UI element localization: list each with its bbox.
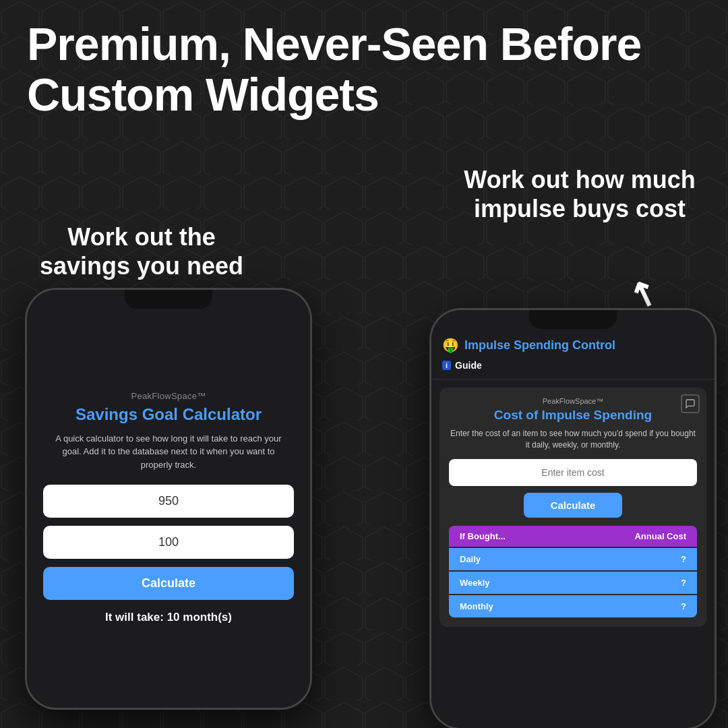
- table-value-daily: ?: [573, 554, 686, 564]
- widget-title-impulse: Cost of Impulse Spending: [449, 408, 697, 423]
- page-title: Premium, Never-Seen Before Custom Widget…: [27, 19, 701, 120]
- table-row-monthly: Monthly ?: [449, 595, 697, 617]
- app-title-text: Impulse Spending Control: [464, 338, 615, 353]
- table-header-col1: If Bought...: [460, 531, 573, 541]
- impulse-table: If Bought... Annual Cost Daily ? Weekly …: [449, 526, 697, 617]
- phone-left-screen: PeakFlowSpace™ Savings Goal Calculator A…: [27, 290, 310, 708]
- savings-goal-input[interactable]: [43, 485, 294, 518]
- table-value-monthly: ?: [573, 601, 686, 611]
- phone-right: 🤑 Impulse Spending Control i Guide: [431, 310, 715, 728]
- phone-notch-right: [529, 310, 617, 329]
- guide-row: i Guide: [442, 360, 704, 371]
- table-header: If Bought... Annual Cost: [449, 526, 697, 547]
- right-annotation: Work out how much impulse buys cost: [452, 165, 708, 223]
- table-header-col2: Annual Cost: [573, 531, 686, 541]
- app-title-row: 🤑 Impulse Spending Control: [442, 337, 704, 353]
- table-label-weekly: Weekly: [460, 578, 573, 588]
- widget-description-left: A quick calculator to see how long it wi…: [43, 432, 294, 472]
- table-row-weekly: Weekly ?: [449, 572, 697, 594]
- table-label-monthly: Monthly: [460, 601, 573, 611]
- widget-body-right: PeakFlowSpace™ Cost of Impulse Spending …: [439, 388, 706, 627]
- guide-icon: i: [442, 361, 451, 370]
- app-emoji: 🤑: [442, 337, 459, 353]
- widget-title-left: Savings Goal Calculator: [75, 405, 262, 424]
- phone-left: PeakFlowSpace™ Savings Goal Calculator A…: [27, 290, 310, 708]
- item-cost-input[interactable]: [449, 459, 697, 486]
- calculate-button-left[interactable]: Calculate: [43, 567, 294, 600]
- table-label-daily: Daily: [460, 554, 573, 564]
- left-annotation: Work out the savings you need: [27, 222, 256, 280]
- widget-desc-impulse: Enter the cost of an item to see how muc…: [449, 428, 697, 451]
- widget-brand-right: PeakFlowSpace™: [449, 397, 697, 405]
- result-text: It will take: 10 month(s): [105, 611, 232, 624]
- calculate-button-right[interactable]: Calculate: [524, 493, 623, 518]
- monthly-savings-input[interactable]: [43, 526, 294, 559]
- phone-right-screen: 🤑 Impulse Spending Control i Guide: [431, 310, 715, 728]
- phone-notch-left: [125, 290, 212, 309]
- guide-text: Guide: [455, 360, 482, 371]
- content-wrapper: Premium, Never-Seen Before Custom Widget…: [0, 0, 728, 728]
- chat-icon-wrapper: [681, 394, 700, 413]
- phone-left-content: PeakFlowSpace™ Savings Goal Calculator A…: [27, 290, 310, 708]
- table-value-weekly: ?: [573, 578, 686, 588]
- table-row-daily: Daily ?: [449, 548, 697, 570]
- chat-icon[interactable]: [681, 394, 700, 413]
- brand-label-left: PeakFlowSpace™: [131, 391, 206, 401]
